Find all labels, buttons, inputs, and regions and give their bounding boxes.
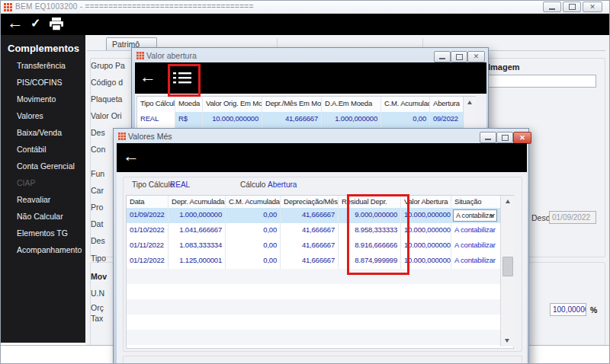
column-header-depr-mes[interactable]: Depr./Mês Em Moeda (262, 97, 322, 112)
cell-residual-depr[interactable]: 9.000,000000 (339, 208, 401, 223)
cell-cm-acumulada[interactable]: 0,00 (381, 112, 430, 129)
cell-depr-acumulada[interactable]: 1.083,333334 (169, 238, 226, 254)
sidebar-item-valores[interactable]: Valores (17, 111, 43, 120)
cell-data[interactable]: 01/10/2022 (127, 223, 169, 238)
grid-header-row: Tipo Cálculo Moeda Valor Orig. Em Moeda … (137, 97, 463, 113)
maximize-icon (456, 54, 463, 60)
cell-valor-abertura[interactable]: 10.000,000000 (401, 208, 451, 223)
sidebar-item-conta-gerencial[interactable]: Conta Gerencial (17, 161, 75, 171)
column-header-residual-depr[interactable]: Residual Depr. (339, 196, 401, 208)
column-header-valor-abertura[interactable]: Valor Abertura (401, 196, 451, 208)
back-button[interactable]: ← (140, 67, 156, 87)
field-label-orcamento: Orç (91, 303, 104, 312)
print-button[interactable] (49, 18, 64, 31)
column-header-da-moeda[interactable]: D.A.Em Moeda (322, 97, 381, 112)
cell-depreciacao-mes[interactable]: 41,666667 (281, 223, 339, 238)
cell-residual-depr[interactable]: 8.958,333333 (339, 223, 401, 238)
maximize-icon (502, 135, 509, 141)
sidebar-item-reavaliar[interactable]: Reavaliar (17, 195, 50, 204)
sidebar-item-transferencia[interactable]: Transferência (17, 61, 66, 70)
scrollbar-thumb[interactable] (502, 257, 513, 276)
column-header-valor-orig[interactable]: Valor Orig. Em Moeda (203, 97, 262, 112)
minimize-button[interactable] (543, 2, 561, 12)
column-header-abertura[interactable]: Abertura (430, 97, 463, 112)
field-label-taxa: Tax (91, 314, 103, 323)
cell-data[interactable]: 01/09/2022 (127, 208, 169, 223)
maximize-button[interactable] (496, 132, 513, 143)
tipo-calculo-value[interactable]: REAL (170, 180, 190, 189)
column-header-tipo-calculo[interactable]: Tipo Cálculo (137, 97, 175, 112)
cell-cm-acumulada[interactable]: 0,00 (226, 223, 281, 238)
grid-row-1[interactable]: 01/10/2022 1.041,666667 0,00 41,666667 8… (127, 223, 500, 238)
cell-valor-abertura[interactable]: 10.000,000000 (401, 223, 451, 238)
cell-cm-acumulada[interactable]: 0,00 (226, 208, 281, 223)
cell-depr-acumulada[interactable]: 1.125,000001 (169, 254, 226, 269)
cell-abertura[interactable]: 09/2022 (430, 112, 463, 129)
cell-data[interactable]: 01/12/2022 (127, 254, 169, 269)
sidebar-item-nao-calcular[interactable]: Não Calcular (17, 212, 63, 221)
sidebar-item-contabil[interactable]: Contábil (17, 145, 47, 154)
close-button[interactable]: ✕ (467, 51, 485, 62)
column-header-cm-acumulada[interactable]: C.M. Acumulada (381, 97, 430, 112)
cell-depr-acumulada[interactable]: 1.000,000000 (169, 208, 226, 223)
maximize-button[interactable] (563, 2, 581, 12)
grid-row-3[interactable]: 01/12/2022 1.125,000001 0,00 41,666667 8… (127, 254, 500, 269)
cell-depreciacao-mes[interactable]: 41,666667 (281, 238, 339, 254)
grid-scrollbar[interactable] (463, 97, 476, 129)
grid-scrollbar[interactable] (500, 196, 514, 346)
cell-valor-abertura[interactable]: 10.000,000000 (401, 254, 451, 269)
taxa-input[interactable]: 100,000000 (550, 303, 586, 316)
back-button[interactable]: ← (123, 146, 140, 166)
column-header-depr-acumulada[interactable]: Depr. Acumulada (169, 196, 226, 208)
cell-data[interactable]: 01/11/2022 (127, 238, 169, 254)
back-button[interactable]: ← (7, 13, 24, 33)
cell-valor-abertura[interactable]: 10.000,000000 (401, 238, 451, 254)
grid-row-2[interactable]: 01/11/2022 1.083,333334 0,00 41,666667 8… (127, 238, 500, 254)
scroll-up-icon[interactable] (467, 101, 472, 104)
minimize-button[interactable] (480, 132, 496, 143)
cell-residual-depr[interactable]: 8.874,999999 (339, 254, 401, 269)
grid-row-selected[interactable]: REAL R$ 10.000,000000 41,666667 1.000,00… (137, 112, 463, 129)
cell-situacao[interactable]: A contabilizar (451, 238, 500, 254)
scroll-up-icon[interactable] (506, 200, 510, 203)
cell-valor-orig[interactable]: 10.000,000000 (203, 112, 262, 129)
cell-moeda[interactable]: R$ (175, 112, 203, 129)
field-label-conta: Con (91, 145, 105, 154)
maximize-icon (569, 4, 576, 10)
maximize-button[interactable] (451, 51, 467, 62)
close-button[interactable]: ✕ (513, 132, 531, 144)
sidebar-item-pis-cofins[interactable]: PIS/COFINS (17, 78, 63, 87)
sidebar-item-acompanhamento[interactable]: Acompanhamento (17, 245, 82, 254)
sidebar-item-elementos-tg[interactable]: Elementos TG (17, 228, 68, 238)
field-label-des: Des (91, 236, 105, 245)
cell-depreciacao-mes[interactable]: 41,666667 (281, 208, 339, 223)
imagem-input[interactable] (488, 75, 596, 88)
column-header-data[interactable]: Data (127, 196, 169, 208)
column-header-cm-acumulada[interactable]: C.M. Acumulada (226, 196, 281, 208)
column-header-moeda[interactable]: Moeda (175, 97, 203, 112)
situacao-combobox[interactable]: A contabilizar (453, 209, 497, 222)
sidebar-item-baixa-venda[interactable]: Baixa/Venda (17, 128, 62, 137)
column-header-depreciacao-mes[interactable]: Depreciação/Mês (281, 196, 339, 208)
cell-situacao[interactable]: A contabilizar (451, 223, 500, 238)
cell-residual-depr[interactable]: 8.916,666666 (339, 238, 401, 254)
grid-row-0[interactable]: 01/09/2022 1.000,000000 0,00 41,666667 9… (127, 208, 500, 223)
cell-tipo-calculo[interactable]: REAL (137, 112, 175, 129)
column-header-situacao[interactable]: Situação (451, 196, 500, 208)
minimize-button[interactable] (434, 51, 451, 62)
cell-cm-acumulada[interactable]: 0,00 (226, 254, 281, 269)
confirm-button[interactable]: ✓ (30, 16, 40, 30)
sidebar-item-movimento[interactable]: Movimento (17, 94, 56, 104)
scroll-down-icon[interactable] (505, 339, 509, 343)
cell-depr-mes[interactable]: 41,666667 (262, 112, 322, 129)
cell-depreciacao-mes[interactable]: 41,666667 (281, 254, 339, 269)
cell-da-moeda[interactable]: 1.000,000000 (322, 112, 381, 129)
calculo-value[interactable]: Abertura (268, 180, 297, 189)
cell-cm-acumulada[interactable]: 0,00 (226, 238, 281, 254)
valores-mes-dialog: Valores Més ✕ ← Tipo Cálculo REAL Cálcul… (113, 128, 529, 364)
cell-depr-acumulada[interactable]: 1.041,666667 (169, 223, 226, 238)
close-button[interactable]: ✕ (583, 2, 602, 12)
valores-mes-toolbar: ← (117, 143, 527, 172)
list-menu-button[interactable] (173, 72, 191, 85)
cell-situacao[interactable]: A contabilizar (451, 254, 500, 269)
